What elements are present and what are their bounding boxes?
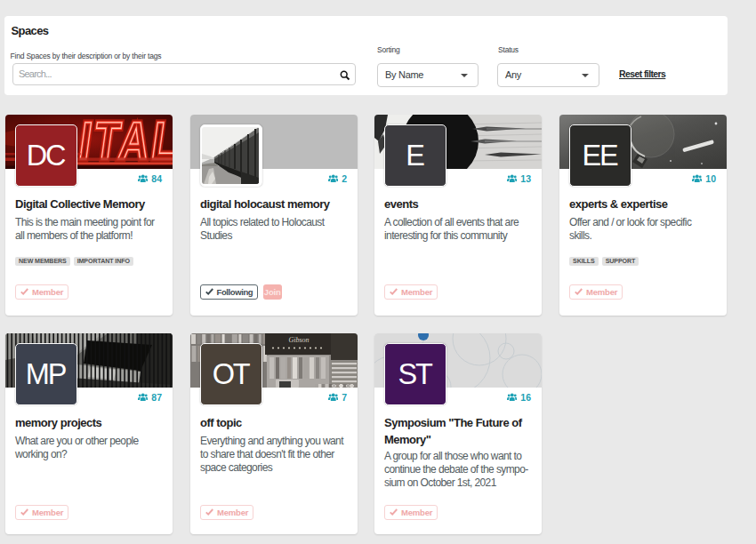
svg-text:Gibson: Gibson	[288, 336, 309, 344]
